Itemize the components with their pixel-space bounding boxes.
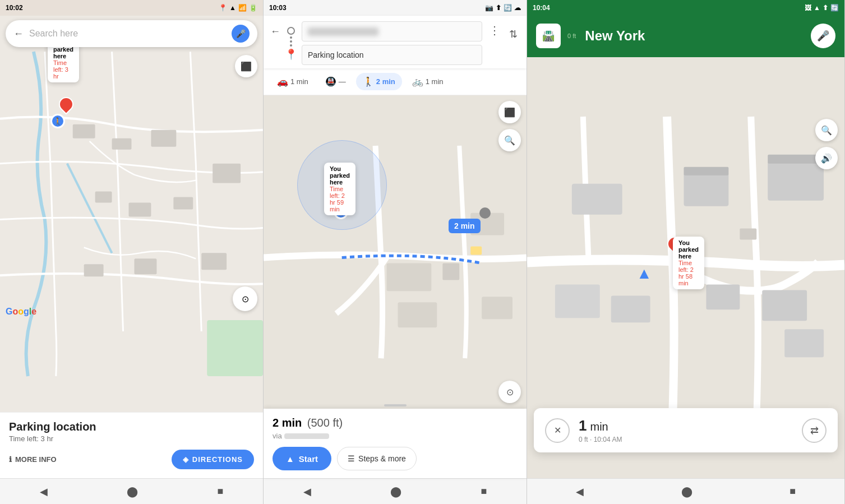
- dist-block: 0 ft: [567, 33, 576, 39]
- svg-rect-24: [784, 329, 824, 357]
- start-icon-2: ▲: [286, 454, 294, 464]
- transport-car-2[interactable]: 🚗 1 min: [270, 73, 315, 90]
- locate-button-1[interactable]: ⊙: [233, 286, 257, 311]
- wifi-icon: ▲: [229, 4, 236, 12]
- svg-rect-18: [684, 167, 729, 175]
- status-bar-3: 10:04 🖼 ▲ ⬆ 🔄: [527, 0, 844, 16]
- more-button-2[interactable]: ⋮: [487, 21, 502, 39]
- directions-button-1[interactable]: ◈ DIRECTIONS: [172, 450, 254, 469]
- map-svg-2: [264, 95, 527, 409]
- steps-label-2: Steps & more: [358, 454, 406, 463]
- nav-bar-1: ◀ ⬤ ■: [0, 478, 263, 504]
- transport-bike-2[interactable]: 🚲 1 min: [405, 73, 450, 90]
- dest-pin-icon: 📍: [285, 48, 297, 61]
- routes-button-3[interactable]: ⇄: [802, 418, 826, 443]
- bottom-panel-1: Parking location Time left: 3 hr ℹ MORE …: [0, 412, 263, 478]
- svg-rect-21: [572, 184, 622, 215]
- back-nav-3[interactable]: ◀: [571, 481, 588, 502]
- status-icons-2: 📷 ⬆ 🔄 ☁: [485, 4, 521, 12]
- road-icon-3: 🛣️: [536, 24, 561, 48]
- walk-icon-2: 🚶: [363, 76, 374, 87]
- time-3: 10:04: [533, 4, 550, 12]
- route-header-2: ← 📍 blurred origin address Parking locat…: [264, 16, 527, 68]
- locate-button-2[interactable]: ⊙: [498, 381, 521, 403]
- search-bar-1[interactable]: ← Search here 🎤: [6, 20, 257, 47]
- search-button-3[interactable]: 🔍: [815, 119, 838, 141]
- map-controls-3: 🔍 🔊: [815, 119, 838, 169]
- map-1: ⬛ ⊙ Google ← Search here 🎤 You parked he…: [0, 16, 263, 412]
- svg-rect-10: [201, 253, 227, 270]
- dest-text-2: Parking location: [308, 50, 364, 59]
- svg-rect-23: [762, 290, 807, 321]
- photo-icon: 🖼: [805, 4, 811, 12]
- start-label-2: Start: [299, 454, 318, 464]
- svg-rect-14: [482, 297, 512, 319]
- origin-field-2[interactable]: blurred origin address: [302, 21, 482, 41]
- sound-button-3[interactable]: 🔊: [815, 147, 838, 169]
- start-button-2[interactable]: ▲ Start: [273, 447, 331, 470]
- svg-rect-6: [173, 197, 193, 210]
- via-street-2: [284, 433, 329, 439]
- svg-rect-2: [112, 138, 132, 150]
- more-info-button-1[interactable]: ℹ MORE INFO: [9, 455, 57, 464]
- svg-rect-5: [129, 203, 151, 217]
- route-dots-col: 📍: [285, 21, 297, 61]
- back-nav-2[interactable]: ◀: [299, 481, 316, 502]
- home-nav-2[interactable]: ⬤: [386, 481, 406, 502]
- svg-rect-13: [398, 302, 437, 327]
- square-nav-1[interactable]: ■: [213, 481, 228, 502]
- home-nav-3[interactable]: ⬤: [677, 481, 697, 502]
- parking-marker-3: You parked here Time left: 2 hr 58 min: [667, 237, 682, 251]
- action-buttons-2: ▲ Start ☰ Steps & more: [273, 447, 518, 470]
- highway-icon: 🛣️: [542, 30, 555, 42]
- svg-rect-0: [207, 320, 263, 376]
- status-bar-2: 10:03 📷 ⬆ 🔄 ☁: [264, 0, 527, 16]
- route-dot-2: [290, 40, 292, 43]
- map-controls-2: ⬛ 🔍: [498, 101, 521, 151]
- close-nav-button-3[interactable]: ✕: [545, 418, 570, 443]
- search-text-1: Search here: [29, 29, 232, 39]
- sync-icon: 🔄: [504, 4, 512, 12]
- route-dot-3: [290, 44, 292, 47]
- home-nav-1[interactable]: ⬤: [122, 481, 142, 502]
- svg-rect-17: [684, 173, 729, 206]
- directions-label-1: DIRECTIONS: [192, 455, 243, 464]
- svg-rect-27: [740, 229, 756, 240]
- svg-rect-26: [611, 295, 650, 322]
- swap-button-2[interactable]: ⇅: [507, 26, 520, 43]
- square-nav-3[interactable]: ■: [785, 481, 800, 502]
- search-button-2[interactable]: 🔍: [498, 129, 521, 151]
- mic-button-1[interactable]: 🎤: [232, 25, 250, 43]
- mic-button-3[interactable]: 🎤: [811, 24, 835, 48]
- svg-rect-9: [134, 258, 156, 274]
- location-title-1: Parking location: [9, 420, 254, 433]
- square-nav-2[interactable]: ■: [476, 481, 491, 502]
- google-logo-1: Google: [6, 307, 36, 317]
- back-nav-1[interactable]: ◀: [35, 481, 52, 502]
- svg-rect-3: [151, 130, 176, 147]
- svg-rect-4: [95, 192, 112, 203]
- panel-3: 10:04 🖼 ▲ ⬆ 🔄 🛣️ 0 ft New York 🎤: [527, 0, 845, 504]
- time-2: 10:03: [269, 4, 287, 12]
- locate-icon-1: ⊙: [242, 294, 249, 304]
- transport-transit-2[interactable]: 🚇 —: [318, 73, 353, 90]
- map-3: ▲ You parked here Time left: 2 hr 58 min…: [527, 57, 844, 478]
- signal-icon: 📶: [238, 4, 247, 12]
- layers-button-1[interactable]: ⬛: [235, 55, 257, 77]
- more-info-label-1: MORE INFO: [15, 455, 57, 464]
- nav-time-3: 1 min: [579, 417, 802, 434]
- sync-icon-3: 🔄: [830, 4, 839, 12]
- dist-label-3: 0 ft: [567, 33, 576, 39]
- steps-button-2[interactable]: ☰ Steps & more: [337, 447, 417, 470]
- svg-rect-16: [470, 247, 482, 255]
- parking-marker-2: You parked here Time left: 2 hr 59 min: [324, 163, 339, 177]
- actions-row-1: ℹ MORE INFO ◈ DIRECTIONS: [9, 450, 254, 473]
- dest-field-2[interactable]: Parking location: [302, 45, 482, 65]
- layers-button-2[interactable]: ⬛: [498, 101, 521, 123]
- bottom-panel-2: 2 min (500 ft) via ▲ Start ☰ Steps & mor…: [264, 409, 527, 478]
- back-button-2[interactable]: ←: [270, 26, 280, 38]
- transport-walk-2[interactable]: 🚶 2 min: [356, 73, 402, 90]
- bike-icon-2: 🚲: [412, 76, 423, 87]
- walk-time-label-2: 2 min: [273, 417, 302, 429]
- back-button-1[interactable]: ←: [13, 28, 24, 40]
